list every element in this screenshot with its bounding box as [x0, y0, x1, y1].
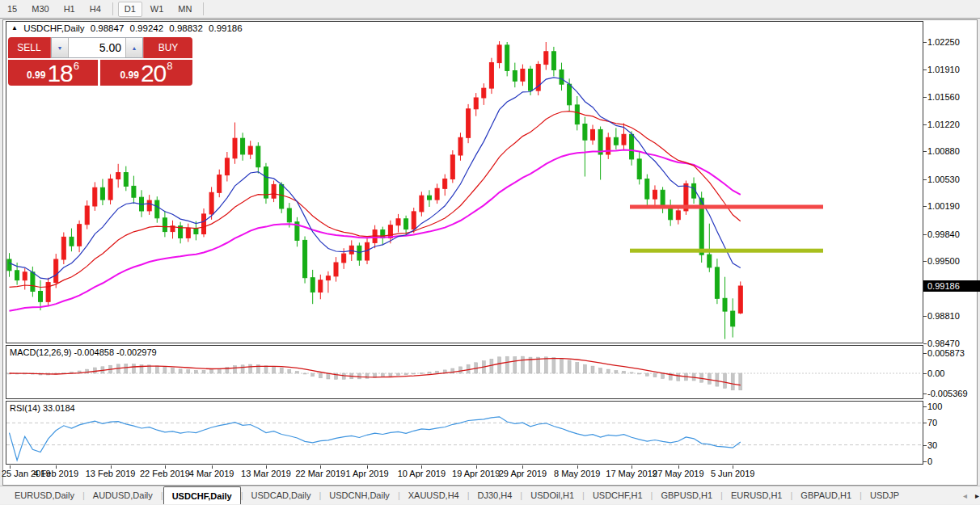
buy-price-big: 20 — [141, 62, 166, 84]
timeframe-button-m15[interactable]: 15 — [1, 2, 23, 17]
collapse-triangle-icon[interactable]: ▲ — [11, 24, 18, 32]
chart-open-value: 0.98847 — [91, 23, 125, 33]
tab-scroll-right-icon[interactable]: ▸ — [971, 491, 980, 500]
sell-price-prefix: 0.99 — [27, 69, 45, 81]
volume-stepper: ▼ ▲ — [51, 37, 143, 58]
timeframe-button-h4[interactable]: H4 — [83, 2, 108, 17]
buy-price-sup: 8 — [167, 60, 172, 72]
volume-increase-icon[interactable]: ▲ — [125, 38, 142, 57]
chart-tab-xauusd-h4[interactable]: XAUUSD,H4 — [400, 486, 467, 504]
toolbar-separator — [112, 2, 113, 15]
chart-tab-eurusd-h1[interactable]: EURUSD,H1 — [723, 486, 791, 504]
chart-tab-bar: EURUSD,Daily|AUDUSD,Daily|USDCHF,Daily|U… — [0, 486, 980, 504]
timeframe-button-m30[interactable]: M30 — [25, 2, 55, 17]
timeframe-button-mn[interactable]: MN — [171, 2, 198, 17]
chart-tab-usdchf-h1[interactable]: USDCHF,H1 — [585, 486, 651, 504]
macd-indicator-label: MACD(12,26,9) -0.004858 -0.002979 — [10, 347, 157, 357]
timeframe-button-d1[interactable]: D1 — [118, 2, 142, 17]
chart-tab-dj30-h4[interactable]: DJ30,H4 — [470, 486, 521, 504]
chart-tab-eurusd-daily[interactable]: EURUSD,Daily — [6, 486, 82, 504]
chart-symbol-label: USDCHF,Daily — [23, 23, 84, 33]
buy-button[interactable]: BUY — [143, 37, 192, 58]
chart-tab-usdoil-h1[interactable]: USDOil,H1 — [522, 486, 582, 504]
chart-tab-usdjp[interactable]: USDJP — [862, 486, 907, 504]
sell-button[interactable]: SELL — [8, 37, 51, 58]
buy-price-prefix: 0.99 — [120, 69, 139, 81]
chart-low-value: 0.98832 — [169, 23, 203, 33]
chart-tab-gbpaud-h1[interactable]: GBPAUD,H1 — [792, 486, 860, 504]
chart-tab-usdchf-daily[interactable]: USDCHF,Daily — [163, 486, 241, 504]
chart-tab-usdcad-daily[interactable]: USDCAD,Daily — [243, 486, 319, 504]
toolbar-separator — [203, 2, 204, 15]
timeframe-toolbar: 15 M30 H1 H4 D1 W1 MN — [0, 0, 980, 19]
rsi-pane[interactable] — [6, 401, 923, 465]
volume-input[interactable] — [69, 38, 125, 57]
chart-close-value: 0.99186 — [209, 23, 243, 33]
chart-high-value: 0.99242 — [130, 23, 164, 33]
one-click-trading-panel: SELL ▼ ▲ BUY 0.99 18 6 0.99 20 8 — [8, 37, 192, 86]
tab-scroll-left-icon[interactable]: ◂ — [959, 491, 971, 500]
chart-tab-audusd-daily[interactable]: AUDUSD,Daily — [85, 486, 161, 504]
buy-price-display[interactable]: 0.99 20 8 — [100, 60, 192, 86]
chart-tab-usdcnh-daily[interactable]: USDCNH,Daily — [321, 486, 398, 504]
sell-price-display[interactable]: 0.99 18 6 — [8, 60, 98, 86]
sell-price-big: 18 — [47, 62, 72, 84]
volume-decrease-icon[interactable]: ▼ — [52, 38, 69, 57]
timeframe-button-w1[interactable]: W1 — [144, 2, 171, 17]
sell-price-sup: 6 — [74, 60, 79, 72]
rsi-indicator-label: RSI(14) 33.0184 — [10, 403, 75, 413]
chart-tab-gbpusd-h1[interactable]: GBPUSD,H1 — [653, 486, 720, 504]
tab-scroll-arrows: ◂▸ — [959, 486, 980, 504]
timeframe-button-h1[interactable]: H1 — [57, 2, 82, 17]
chart-title: ▲ USDCHF,Daily 0.98847 0.99242 0.98832 0… — [11, 23, 246, 33]
